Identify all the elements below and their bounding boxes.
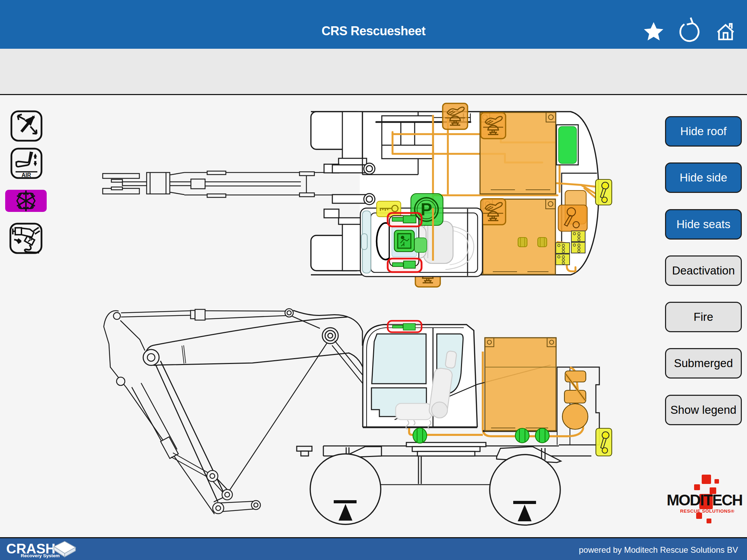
svg-text:MODITECH: MODITECH	[667, 492, 743, 508]
svg-text:AIR: AIR	[21, 172, 31, 178]
svg-text:RESCUE SOLUTIONS®: RESCUE SOLUTIONS®	[680, 508, 734, 514]
svg-text:P: P	[421, 200, 432, 219]
svg-text:Recovery System: Recovery System	[21, 553, 60, 558]
